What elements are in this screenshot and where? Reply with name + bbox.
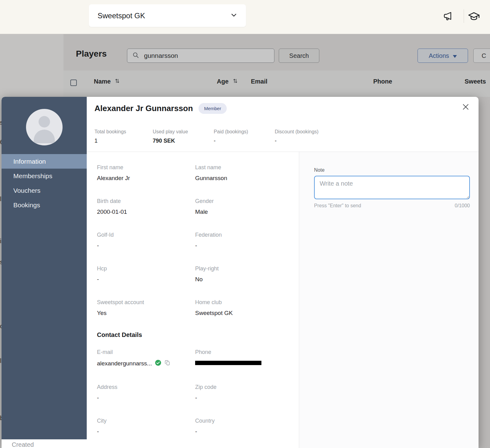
field-value: - xyxy=(97,428,195,435)
field-first-name: First name Alexander Jr xyxy=(97,164,195,182)
redacted-phone-value xyxy=(195,361,261,365)
stat-value: - xyxy=(214,138,275,144)
field-home-club: Home club Sweetspot GK xyxy=(195,299,299,317)
field-value: Male xyxy=(195,209,299,215)
field-birth-date: Birth date 2000-01-01 xyxy=(97,198,195,215)
field-label: Gender xyxy=(195,198,299,205)
contact-details-heading: Contact Details xyxy=(97,331,299,338)
stat-discount-bookings: Discount (bookings) - xyxy=(275,129,318,144)
field-label: Play-right xyxy=(195,265,299,272)
contact-fields-grid: E-mail alexandergunnarss... xyxy=(97,349,299,435)
top-bar: Sweetspot GK xyxy=(0,0,490,34)
note-label: Note xyxy=(314,167,470,173)
field-value: - xyxy=(97,242,195,249)
email-value: alexandergunnarss... xyxy=(97,360,152,367)
chevron-down-icon xyxy=(230,11,238,20)
field-value: Yes xyxy=(97,310,195,317)
field-value: Alexander Jr xyxy=(97,175,195,182)
field-country: Country - xyxy=(195,418,299,435)
club-selector-dropdown[interactable]: Sweetspot GK xyxy=(89,4,246,27)
field-zip-code: Zip code - xyxy=(195,384,299,401)
app-root: Players Search Actions C Name Age Email xyxy=(0,0,490,448)
field-last-name: Last name Gunnarsson xyxy=(195,164,299,182)
information-form: First name Alexander Jr Last name Gunnar… xyxy=(87,152,299,448)
field-phone: Phone xyxy=(195,349,299,368)
field-hcp: Hcp - xyxy=(97,265,195,283)
drawer-tab-memberships[interactable]: Memberships xyxy=(2,169,87,183)
close-icon xyxy=(462,103,470,112)
field-email: E-mail alexandergunnarss... xyxy=(97,349,195,368)
note-input[interactable] xyxy=(314,176,470,199)
note-panel: Note Press "Enter" to send 0/1000 xyxy=(299,152,479,448)
field-value: - xyxy=(195,242,299,249)
note-hint: Press "Enter" to send xyxy=(314,203,361,209)
field-label: Golf-Id xyxy=(97,232,195,238)
field-federation: Federation - xyxy=(195,232,299,249)
field-sweetspot-account: Sweetspot account Yes xyxy=(97,299,195,317)
drawer-tab-vouchers[interactable]: Vouchers xyxy=(2,183,87,198)
stat-value: 790 SEK xyxy=(153,138,214,144)
stats-row: Total bookings 1 Used play value 790 SEK… xyxy=(94,129,318,144)
field-value: - xyxy=(195,428,299,435)
avatar-person-icon xyxy=(34,130,55,143)
field-value: 2000-01-01 xyxy=(97,209,195,215)
field-label: Phone xyxy=(195,349,299,355)
field-golf-id: Golf-Id - xyxy=(97,232,195,249)
stat-used-play-value: Used play value 790 SEK xyxy=(153,129,214,144)
field-label: City xyxy=(97,418,195,424)
megaphone-icon xyxy=(443,11,454,23)
field-label: Federation xyxy=(195,232,299,238)
stat-value: 1 xyxy=(94,138,153,144)
field-label: Last name xyxy=(195,164,299,171)
field-value: No xyxy=(195,276,299,283)
created-label: Created xyxy=(12,441,34,448)
player-detail-drawer: Information Memberships Vouchers Booking… xyxy=(2,97,479,448)
stat-label: Discount (bookings) xyxy=(275,129,318,135)
field-label: Hcp xyxy=(97,265,195,272)
stat-label: Paid (bookings) xyxy=(214,129,275,135)
field-label: Sweetspot account xyxy=(97,299,195,306)
drawer-sidebar: Information Memberships Vouchers Booking… xyxy=(2,97,87,439)
topbar-divider xyxy=(464,9,464,23)
stat-label: Total bookings xyxy=(94,129,153,135)
field-address: Address - xyxy=(97,384,195,401)
stat-total-bookings: Total bookings 1 xyxy=(94,129,153,144)
drawer-header: Alexander Jr Gunnarsson Member xyxy=(94,103,227,114)
fields-grid: First name Alexander Jr Last name Gunnar… xyxy=(97,164,299,317)
drawer-nav: Information Memberships Vouchers Booking… xyxy=(2,154,87,212)
field-label: Address xyxy=(97,384,195,390)
announcements-button[interactable] xyxy=(441,9,456,24)
field-label: Zip code xyxy=(195,384,299,390)
field-label: E-mail xyxy=(97,349,195,355)
avatar-person-icon xyxy=(38,116,50,127)
field-label: Birth date xyxy=(97,198,195,205)
club-selector-value: Sweetspot GK xyxy=(98,11,145,20)
drawer-tab-information[interactable]: Information xyxy=(2,154,87,169)
stat-label: Used play value xyxy=(153,129,214,135)
verified-check-icon xyxy=(155,360,161,368)
drawer-tab-bookings[interactable]: Bookings xyxy=(2,198,87,212)
field-play-right: Play-right No xyxy=(195,265,299,283)
field-value: - xyxy=(97,276,195,283)
graduation-cap-icon xyxy=(468,10,480,24)
field-city: City - xyxy=(97,418,195,435)
academy-button[interactable] xyxy=(466,9,481,24)
member-badge: Member xyxy=(199,103,227,114)
field-value: - xyxy=(195,394,299,401)
drawer-content: Alexander Jr Gunnarsson Member Total boo… xyxy=(87,97,479,448)
field-gender: Gender Male xyxy=(195,198,299,215)
drawer-body: First name Alexander Jr Last name Gunnar… xyxy=(87,152,479,448)
note-char-counter: 0/1000 xyxy=(455,203,470,209)
field-label: First name xyxy=(97,164,195,171)
field-label: Country xyxy=(195,418,299,424)
copy-icon[interactable] xyxy=(164,360,170,367)
field-value: Sweetspot GK xyxy=(195,310,299,317)
field-label: Home club xyxy=(195,299,299,306)
player-name: Alexander Jr Gunnarsson xyxy=(94,104,193,113)
close-button[interactable] xyxy=(459,101,472,114)
note-hint-row: Press "Enter" to send 0/1000 xyxy=(314,203,470,209)
field-value: - xyxy=(97,394,195,401)
field-value: Gunnarsson xyxy=(195,175,299,182)
stat-paid-bookings: Paid (bookings) - xyxy=(214,129,275,144)
stat-value: - xyxy=(275,138,318,144)
